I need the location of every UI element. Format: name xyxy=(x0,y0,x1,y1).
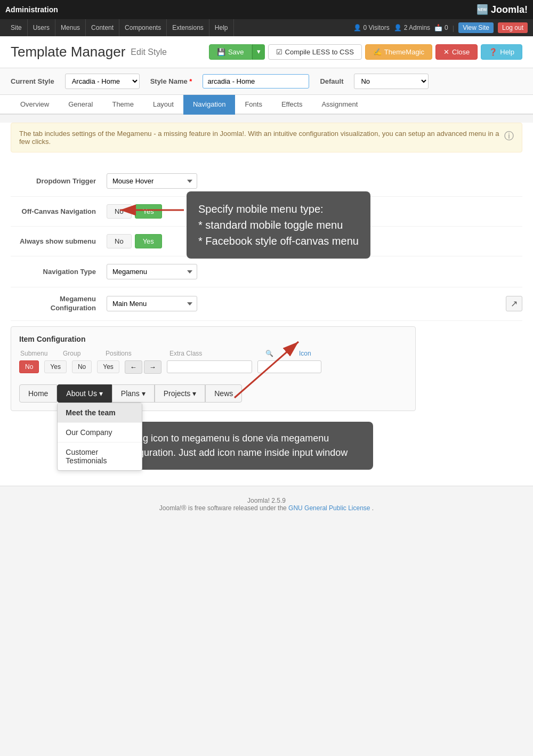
default-select[interactable]: No xyxy=(354,74,429,89)
item-config-controls: No Yes No Yes ← → xyxy=(19,360,407,374)
info-box-text: The tab includes settings of the Megamen… xyxy=(19,130,504,146)
nav-users[interactable]: Users xyxy=(28,19,55,36)
nav-site[interactable]: Site xyxy=(5,19,28,36)
menu-projects-button[interactable]: Projects ▾ xyxy=(155,384,205,403)
navigation-settings: Dropdown Trigger Mouse Hover Mouse Click… xyxy=(0,160,533,486)
off-canvas-label: Off-Canvas Navigation xyxy=(11,207,107,215)
tab-general[interactable]: General xyxy=(59,95,102,115)
dropdown-trigger-control: Mouse Hover Mouse Click xyxy=(107,173,197,189)
wand-icon: ✍ xyxy=(373,48,382,56)
menu-about-button[interactable]: About Us ▾ xyxy=(57,384,111,403)
menu-about-dropdown: Meet the team Our Company Customer Testi… xyxy=(57,403,142,471)
group-no-button[interactable]: No xyxy=(72,360,92,373)
menu-bar: Home About Us ▾ Meet the team Our Compan… xyxy=(19,384,407,403)
save-dropdown-button[interactable]: ▾ xyxy=(252,44,265,60)
help-button[interactable]: ❓ Help xyxy=(481,44,522,60)
always-show-no-button[interactable]: No xyxy=(107,234,132,248)
search-icon: 🔍 xyxy=(265,350,297,357)
menu-news-button[interactable]: News xyxy=(205,384,242,403)
help-circle-icon[interactable]: ⓘ xyxy=(504,130,514,142)
tab-fonts[interactable]: Fonts xyxy=(235,95,272,115)
icon-input[interactable] xyxy=(257,360,321,373)
group-yes-button[interactable]: Yes xyxy=(97,360,119,373)
megamenu-config-control: Main Menu Top Menu ↗ xyxy=(107,296,522,311)
item-config-headers: Submenu Group Positions Extra Class 🔍 Ic… xyxy=(19,350,407,357)
navigation-type-label: Navigation Type xyxy=(11,268,107,276)
col-extra-class-header: Extra Class xyxy=(169,350,255,357)
dropdown-trigger-select[interactable]: Mouse Hover Mouse Click xyxy=(107,173,197,189)
position-right-button[interactable]: → xyxy=(144,360,161,374)
logout-button[interactable]: Log out xyxy=(498,22,528,33)
default-label: Default xyxy=(320,77,343,85)
info-box: The tab includes settings of the Megamen… xyxy=(11,123,522,152)
off-canvas-section: Off-Canvas Navigation No Yes Specify mob… xyxy=(11,197,522,227)
page-footer: Joomla! 2.5.9 Joomla!® is free software … xyxy=(0,486,533,522)
position-left-button[interactable]: ← xyxy=(125,360,142,374)
theme-magic-button[interactable]: ✍ ThemeMagic xyxy=(365,44,432,60)
nav-visitors: 👤 0 Visitors xyxy=(353,24,390,31)
submenu-yes-button[interactable]: Yes xyxy=(44,360,67,373)
nav-admins: 👤 2 Admins xyxy=(394,24,430,31)
col-icon-header: 🔍 Icon xyxy=(265,350,331,357)
main-content-wrapper: The tab includes settings of the Megamen… xyxy=(0,123,533,486)
menu-preview-area: Home About Us ▾ Meet the team Our Compan… xyxy=(19,384,407,403)
expand-icon[interactable]: ↗ xyxy=(506,296,522,311)
save-icon: 💾 xyxy=(217,48,225,56)
menu-about-wrapper: About Us ▾ Meet the team Our Company Cus… xyxy=(57,384,111,403)
position-arrows: ← → xyxy=(125,360,161,374)
save-button[interactable]: 💾 Save xyxy=(209,44,252,60)
megamenu-config-row: MegamenuConfiguration Main Menu Top Menu… xyxy=(11,287,522,321)
navigation-type-select[interactable]: Megamenu Standard xyxy=(107,264,197,279)
view-site-button[interactable]: View Site xyxy=(458,22,494,33)
col-group-header: Group xyxy=(63,350,95,357)
dropdown-customer-testimonials[interactable]: Customer Testimonials xyxy=(58,443,142,470)
gpl-link[interactable]: GNU General Public License xyxy=(288,504,370,512)
dropdown-meet-team[interactable]: Meet the team xyxy=(58,403,142,423)
off-canvas-tooltip: Specify mobile menu type:* standard mobi… xyxy=(187,191,370,259)
tooltip-text-2: Adding icon to megamenu is done via mega… xyxy=(118,431,361,460)
tab-theme[interactable]: Theme xyxy=(102,95,143,115)
page-header: Template Manager Edit Style 💾 Save ▾ ☑ C… xyxy=(0,36,533,68)
nav-help[interactable]: Help xyxy=(209,19,234,36)
nav-components[interactable]: Components xyxy=(119,19,167,36)
save-button-group: 💾 Save ▾ xyxy=(209,44,265,60)
col-positions-header: Positions xyxy=(106,350,159,357)
close-button[interactable]: ✕ Close xyxy=(435,44,478,60)
item-config-block: Item Configuration Submenu Group Positio… xyxy=(11,326,416,411)
current-style-label: Current Style xyxy=(11,77,54,85)
tab-effects[interactable]: Effects xyxy=(272,95,312,115)
joomla-logo: 🆕 Joomla! xyxy=(477,4,528,15)
dropdown-trigger-label: Dropdown Trigger xyxy=(11,177,107,185)
tooltip2-section: Adding icon to megamenu is done via mega… xyxy=(107,422,522,470)
tab-layout[interactable]: Layout xyxy=(143,95,183,115)
current-style-select[interactable]: Arcadia - Home xyxy=(65,74,140,89)
nav-extensions[interactable]: Extensions xyxy=(167,19,209,36)
nav-menus[interactable]: Menus xyxy=(55,19,86,36)
dropdown-our-company[interactable]: Our Company xyxy=(58,423,142,443)
admin-title: Administration xyxy=(5,5,58,14)
megamenu-config-select[interactable]: Main Menu Top Menu xyxy=(107,296,197,311)
nav-content[interactable]: Content xyxy=(86,19,119,36)
tab-navigation[interactable]: Navigation xyxy=(183,95,235,115)
style-bar: Current Style Arcadia - Home Style Name … xyxy=(0,68,533,95)
always-show-submenu-label: Always show submenu xyxy=(11,237,107,245)
page-title-group: Template Manager Edit Style xyxy=(11,44,167,60)
admin-bar: Administration 🆕 Joomla! xyxy=(0,0,533,19)
style-name-input[interactable] xyxy=(203,74,309,89)
item-config-wrapper: Item Configuration Submenu Group Positio… xyxy=(11,326,522,411)
always-show-yes-button[interactable]: Yes xyxy=(135,234,162,248)
tab-overview[interactable]: Overview xyxy=(11,95,59,115)
menu-home-button[interactable]: Home xyxy=(19,384,57,403)
megamenu-config-label: MegamenuConfiguration xyxy=(11,295,107,313)
tab-assignment[interactable]: Assignment xyxy=(312,95,367,115)
close-icon: ✕ xyxy=(443,48,449,56)
extra-class-input[interactable] xyxy=(167,360,252,373)
menu-plans-button[interactable]: Plans ▾ xyxy=(112,384,155,403)
admin-bar-left: Administration xyxy=(5,5,58,14)
navigation-type-control: Megamenu Standard xyxy=(107,264,197,279)
submenu-no-button[interactable]: No xyxy=(19,360,39,373)
footer-version: Joomla! 2.5.9 xyxy=(11,497,522,504)
footer-text: Joomla!® is free software released under… xyxy=(11,504,522,512)
nav-bar-right: 👤 0 Visitors 👤 2 Admins 📩 0 | View Site … xyxy=(353,22,528,33)
compile-less-button[interactable]: ☑ Compile LESS to CSS xyxy=(268,44,362,60)
